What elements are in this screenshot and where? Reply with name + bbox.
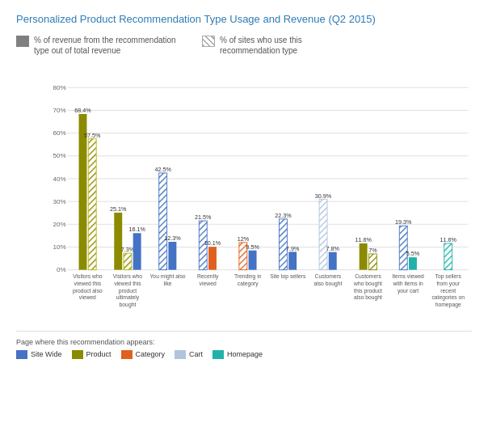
bottom-legend-item-label: Homepage [227,350,263,358]
legend-label-2: % of sites who use this recommendation t… [220,35,364,56]
bottom-legend-item: Product [72,350,111,359]
bottom-legend-item: Category [121,350,166,359]
svg-text:0%: 0% [57,266,66,273]
top-legend: % of revenue from the recommendation typ… [16,35,472,56]
x-axis-label: You might also like [149,273,187,287]
x-axis-label: Visitors who viewed this product ultimat… [109,273,147,307]
grid-lines [42,64,472,266]
x-axis-label: Customers also bought [309,273,347,287]
bottom-legend-title: Page where this recommendation appears: [16,338,472,346]
bottom-legend-items: Site WideProductCategoryCartHomepage [16,350,472,359]
legend-item-1: % of revenue from the recommendation typ… [16,35,178,56]
legend-label-1: % of revenue from the recommendation typ… [34,35,178,56]
x-axis-label: Top sellers from your recent categories … [429,273,467,307]
bottom-legend-color-swatch [175,350,186,359]
bottom-legend-item-label: Cart [189,350,203,358]
x-axis-label: Items viewed with items in your cart [389,273,427,294]
legend-swatch-2 [202,36,215,47]
bottom-legend-item-label: Product [86,350,111,358]
bottom-legend-color-swatch [16,350,27,359]
bottom-legend-item-label: Category [136,350,166,358]
x-axis-label: Visitors who viewed this product also vi… [69,273,107,301]
x-axis-label: Recently viewed [189,273,227,287]
y-axis [16,64,42,323]
legend-item-2: % of sites who use this recommendation t… [202,35,364,56]
bottom-legend-color-swatch [72,350,83,359]
bars-area: 80%70%60%50%40%30%20%10%0%68.4%57.5%Visi… [42,64,472,323]
bottom-legend-item: Homepage [212,350,263,359]
chart-title: Personalized Product Recommendation Type… [16,13,472,27]
bottom-legend: Page where this recommendation appears: … [16,331,472,359]
x-axis-label: Trending in category [229,273,267,287]
x-axis-label: Customers who bought this product also b… [349,273,387,301]
bottom-legend-item: Site Wide [16,350,62,359]
bottom-legend-item: Cart [175,350,203,359]
bottom-legend-color-swatch [212,350,224,359]
bottom-legend-color-swatch [121,350,133,359]
chart-container: Personalized Product Recommendation Type… [0,0,488,448]
chart-area: 80%70%60%50%40%30%20%10%0%68.4%57.5%Visi… [16,64,472,323]
legend-swatch-1 [16,36,29,47]
x-axis-label: Site top sellers [269,273,307,280]
bottom-legend-item-label: Site Wide [31,350,62,358]
